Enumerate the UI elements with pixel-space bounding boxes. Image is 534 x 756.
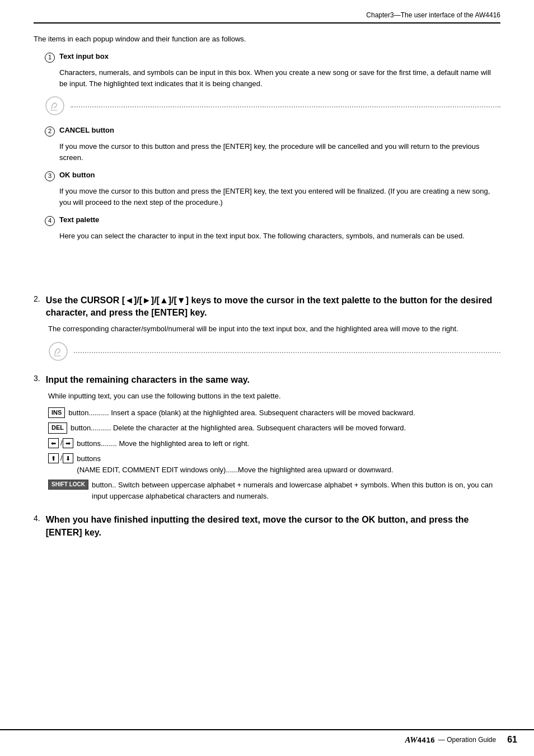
- arrow-up-box: ⬆: [48, 453, 59, 463]
- step-4-num: 4.: [34, 514, 40, 523]
- lr-label: buttons........: [77, 439, 119, 448]
- ud-label: buttons: [77, 454, 101, 463]
- footer-page-num: 61: [507, 735, 517, 745]
- svg-point-0: [46, 97, 64, 115]
- palette-space: [34, 250, 500, 294]
- page-header: Chapter3—The user interface of the AW441…: [34, 11, 500, 24]
- arrow-lr-row: ⬅ / ➡ buttons........ Move the highlight…: [48, 438, 500, 449]
- shift-lock-text: button.. Switch between uppercase alphab…: [92, 480, 500, 501]
- item-1-title: Text input box: [59, 52, 109, 60]
- step-2-block: 2. Use the CURSOR [◄]/[►]/[▲]/[▼] keys t…: [34, 294, 500, 361]
- item-3-title: OK button: [59, 171, 95, 179]
- note-dots-1: [71, 106, 500, 107]
- button-list: INS button.......... Insert a space (bla…: [48, 407, 500, 502]
- item-3-num: 3: [45, 171, 55, 181]
- arrow-ud-row: ⬆ / ⬇ buttons (NAME EDIT, COMMENT EDIT w…: [48, 453, 500, 475]
- ins-button-text: button.......... Insert a space (blank) …: [68, 407, 500, 419]
- del-button-row: DEL button.......... Delete the characte…: [48, 422, 500, 434]
- step-3-text: Input the remaining characters in the sa…: [46, 374, 250, 386]
- del-button-text: button.......... Delete the character at…: [71, 422, 500, 434]
- svg-point-2: [49, 342, 67, 360]
- shift-lock-label: SHIFT LOCK: [48, 480, 88, 490]
- del-button-label: DEL: [48, 422, 67, 433]
- item-2-desc: If you move the cursor to this button an…: [59, 141, 500, 163]
- item-2-num: 2: [45, 126, 55, 137]
- item-3-desc: If you move the cursor to this button an…: [59, 186, 500, 208]
- note-dots-2: [74, 352, 500, 353]
- step-3-desc: While inputting text, you can use the fo…: [48, 391, 500, 402]
- arrow-ud-text: buttons (NAME EDIT, COMMENT EDIT windows…: [77, 453, 500, 475]
- item-2: 2 CANCEL button If you move the cursor t…: [45, 126, 500, 163]
- ins-dots: button..........: [68, 408, 111, 417]
- item-1: 1 Text input box Characters, numerals, a…: [45, 52, 500, 116]
- note-2: [48, 341, 500, 361]
- item-1-desc: Characters, numerals, and symbols can be…: [59, 67, 500, 89]
- step-2-num: 2.: [34, 294, 40, 303]
- shift-dots: button..: [92, 481, 118, 489]
- ins-button-row: INS button.......... Insert a space (bla…: [48, 407, 500, 419]
- item-4-desc: Here you can select the character to inp…: [59, 231, 500, 242]
- step-4-block: 4. When you have finished inputting the …: [34, 514, 500, 539]
- step-3-num: 3.: [34, 374, 40, 383]
- step-2-text: Use the CURSOR [◄]/[►]/[▲]/[▼] keys to m…: [46, 294, 500, 320]
- arrow-down-box: ⬇: [63, 453, 73, 463]
- footer-logo: AW4416: [405, 735, 435, 745]
- page-content: Chapter3—The user interface of the AW441…: [0, 0, 534, 756]
- del-dots: button..........: [71, 424, 113, 432]
- page-footer: AW4416 — Operation Guide 61: [0, 729, 534, 745]
- item-1-num: 1: [45, 53, 55, 63]
- step-3-block: 3. Input the remaining characters in the…: [34, 374, 500, 501]
- arrow-lr-text: buttons........ Move the highlighted are…: [77, 438, 500, 449]
- step-4-text: When you have finished inputting the des…: [46, 514, 500, 539]
- item-4-num: 4: [45, 216, 55, 226]
- chapter-title: Chapter3—The user interface of the AW441…: [366, 11, 500, 19]
- arrow-right-box: ➡: [63, 438, 73, 448]
- arrow-lr-icons: ⬅ / ➡: [48, 438, 74, 448]
- ins-button-label: INS: [48, 407, 65, 418]
- footer-op-guide: — Operation Guide: [438, 736, 496, 744]
- note-icon-1: [45, 96, 65, 116]
- step-2-desc: The corresponding character/symbol/numer…: [48, 323, 500, 335]
- intro-text: The items in each popup window and their…: [34, 35, 500, 43]
- item-4: 4 Text palette Here you can select the c…: [45, 215, 500, 242]
- arrow-left-box: ⬅: [48, 438, 59, 448]
- note-icon-2: [48, 341, 68, 361]
- note-1: [45, 96, 500, 116]
- item-2-title: CANCEL button: [59, 126, 114, 134]
- shift-lock-row: SHIFT LOCK button.. Switch between upper…: [48, 480, 500, 501]
- item-4-title: Text palette: [59, 215, 99, 224]
- arrow-ud-icons: ⬆ / ⬇: [48, 453, 74, 463]
- item-3: 3 OK button If you move the cursor to th…: [45, 171, 500, 208]
